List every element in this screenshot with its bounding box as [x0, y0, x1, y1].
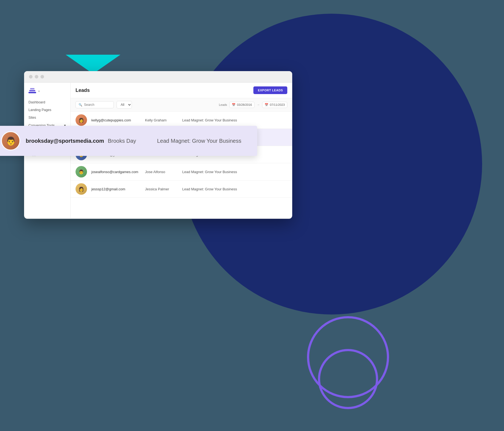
- svg-rect-2: [30, 88, 34, 89]
- page-title: Leads: [76, 88, 90, 93]
- export-leads-button[interactable]: EXPORT LEADS: [253, 86, 287, 94]
- main-header: Leads EXPORT LEADS: [71, 83, 292, 98]
- featured-avatar: 👨: [1, 131, 20, 150]
- lead-name: Jessica Palmer: [145, 187, 178, 191]
- filter-select[interactable]: All: [117, 101, 132, 109]
- filter-bar: 🔍 All Leads 📅 03/28/2016 → 📅 07/11/202: [71, 98, 292, 112]
- date-range: Leads 📅 03/28/2016 → 📅 07/11/2023: [219, 102, 287, 108]
- app-logo-icon: [28, 88, 36, 94]
- window-dot-red: [29, 75, 33, 78]
- featured-lead-name: Brooks Day: [108, 138, 152, 144]
- lead-source: Lead Magnet: Grow Your Business: [182, 170, 237, 174]
- featured-lead-row[interactable]: 👨 brooksday@sportsmedia.com Brooks Day L…: [0, 126, 257, 156]
- svg-rect-0: [28, 92, 36, 93]
- date-range-arrow: →: [257, 103, 260, 107]
- lead-name: Jose Alfonso: [145, 170, 178, 174]
- lead-email: jesssp12@gmail.com: [91, 187, 141, 191]
- sidebar-logo: ▾: [24, 87, 70, 98]
- lead-source: Lead Magnet: Grow Your Business: [182, 118, 237, 122]
- sidebar-item-sites[interactable]: Sites: [24, 114, 70, 121]
- lead-email: kellyg@cutepuppies.com: [91, 118, 141, 122]
- featured-lead-source: Lead Magnet: Grow Your Business: [157, 138, 241, 144]
- calendar-icon-to: 📅: [265, 103, 268, 107]
- date-from-pill[interactable]: 📅 03/28/2016: [229, 102, 254, 108]
- table-row[interactable]: 👨 josealfonso@cardgames.com Jose Alfonso…: [71, 163, 292, 180]
- search-box: 🔍: [76, 101, 114, 108]
- lead-source: Lead Magnet: Grow Your Business: [182, 187, 237, 191]
- svg-rect-1: [29, 90, 35, 91]
- calendar-icon-from: 📅: [232, 103, 236, 107]
- logo-chevron: ▾: [38, 90, 40, 93]
- date-from-value: 03/28/2016: [237, 103, 252, 106]
- lead-name: Kelly Graham: [145, 118, 178, 122]
- search-icon: 🔍: [79, 103, 82, 107]
- lead-email: josealfonso@cardgames.com: [91, 170, 141, 174]
- sidebar-item-landing-pages[interactable]: Landing Pages: [24, 106, 70, 114]
- window-dot-green: [40, 75, 44, 78]
- date-to-pill[interactable]: 📅 07/11/2023: [262, 102, 287, 108]
- avatar: 👨: [76, 166, 87, 177]
- date-to-value: 07/11/2023: [270, 103, 285, 106]
- window-dot-yellow: [35, 75, 38, 78]
- date-range-label: Leads: [219, 103, 227, 106]
- avatar: 👩: [76, 114, 87, 126]
- background-ring-2: [318, 349, 378, 409]
- search-input[interactable]: [84, 103, 109, 107]
- avatar: 👩: [76, 183, 87, 195]
- table-row[interactable]: 👩 jesssp12@gmail.com Jessica Palmer Lead…: [71, 180, 292, 198]
- sidebar-item-dashboard[interactable]: Dashboard: [24, 98, 70, 106]
- browser-chrome: [24, 71, 292, 83]
- featured-lead-email: brooksday@sportsmedia.com: [26, 138, 102, 144]
